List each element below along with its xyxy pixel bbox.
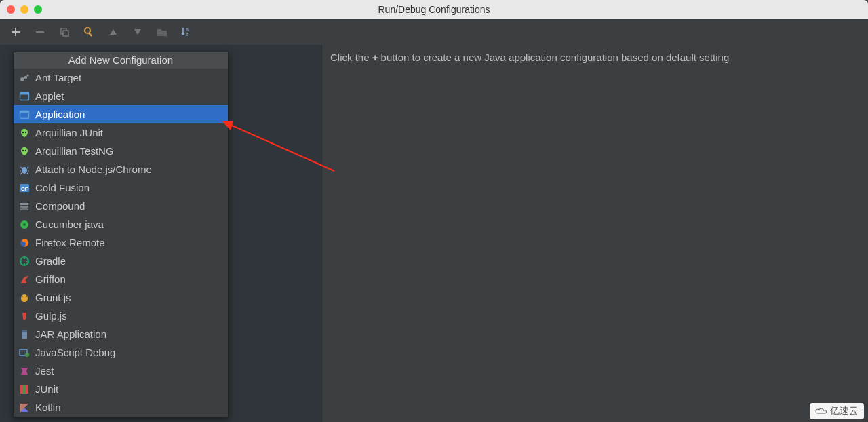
hint-prefix: Click the <box>330 52 372 63</box>
svg-point-24 <box>23 223 26 226</box>
titlebar: Run/Debug Configurations <box>0 0 868 19</box>
popup-item-label: Jest <box>35 365 54 377</box>
watermark-text: 亿速云 <box>830 405 859 417</box>
popup-item-label: JAR Application <box>35 328 106 340</box>
svg-point-14 <box>25 131 26 132</box>
svg-rect-21 <box>20 206 28 208</box>
popup-item-label: Applet <box>35 90 64 102</box>
sort-button[interactable]: az <box>180 26 193 38</box>
remove-button[interactable] <box>34 26 46 38</box>
popup-header: Add New Configuration <box>14 52 228 69</box>
popup-item-label: Cold Fusion <box>35 182 90 193</box>
popup-item[interactable]: Jest <box>14 362 228 380</box>
toolbar: az <box>0 19 868 45</box>
gradle-icon <box>19 256 30 267</box>
popup-item-label: Arquillian JUnit <box>35 127 103 138</box>
jest-icon <box>19 366 30 377</box>
down-button[interactable] <box>132 26 144 38</box>
popup-item[interactable]: JUnit <box>14 380 228 398</box>
popup-item[interactable]: Application <box>14 105 228 123</box>
popup-item-label: Arquillian TestNG <box>35 145 114 157</box>
svg-point-30 <box>25 353 29 357</box>
window-title: Run/Debug Configurations <box>0 4 868 15</box>
firefox-icon <box>19 237 30 248</box>
svg-point-6 <box>20 77 24 81</box>
hint-suffix: button to create a new Java application … <box>378 52 729 63</box>
kotlin-icon <box>19 402 30 413</box>
popup-item-label: Kotlin <box>35 402 61 413</box>
jsdebug-icon <box>19 347 30 358</box>
popup-item-label: Ant Target <box>35 72 81 83</box>
gulp-icon <box>19 311 30 322</box>
popup-item[interactable]: Grunt.js <box>14 288 228 307</box>
svg-rect-1 <box>63 31 68 36</box>
popup-item-label: Grunt.js <box>35 292 71 303</box>
svg-rect-28 <box>22 330 27 332</box>
window-icon <box>19 91 30 102</box>
add-button[interactable] <box>9 26 22 38</box>
copy-button[interactable] <box>58 26 71 38</box>
popup-item[interactable]: Kotlin <box>14 398 228 417</box>
svg-text:CF: CF <box>21 186 28 192</box>
stack-icon <box>19 201 30 212</box>
popup-item-label: Firefox Remote <box>35 237 105 248</box>
popup-item[interactable]: Cucumber java <box>14 215 228 233</box>
svg-point-13 <box>22 131 24 132</box>
popup-item[interactable]: JAR Application <box>14 325 228 343</box>
popup-item[interactable]: CFCold Fusion <box>14 178 228 197</box>
popup-list: Ant TargetAppletApplicationArquillian JU… <box>14 69 228 417</box>
griffon-icon <box>19 274 30 285</box>
popup-item[interactable]: Arquillian JUnit <box>14 123 228 142</box>
popup-item[interactable]: Compound <box>14 197 228 215</box>
svg-point-15 <box>22 149 24 151</box>
details-pane: Click the + button to create a new Java … <box>322 45 868 422</box>
bug-icon <box>19 164 30 175</box>
svg-rect-22 <box>20 208 28 210</box>
svg-text:a: a <box>186 27 189 32</box>
popup-item[interactable]: Arquillian TestNG <box>14 142 228 160</box>
add-configuration-popup: Add New Configuration Ant TargetAppletAp… <box>13 52 229 417</box>
svg-text:z: z <box>186 32 189 37</box>
grunt-icon <box>19 292 30 303</box>
wrench-button[interactable] <box>83 26 95 38</box>
svg-rect-10 <box>20 92 29 94</box>
popup-item[interactable]: JavaScript Debug <box>14 343 228 362</box>
cf-icon: CF <box>19 183 30 193</box>
svg-point-8 <box>26 74 28 76</box>
watermark: 亿速云 <box>810 403 864 419</box>
jar-icon <box>19 329 30 340</box>
content: Add New Configuration Ant TargetAppletAp… <box>0 45 868 422</box>
svg-point-16 <box>25 149 26 151</box>
popup-item-label: Gradle <box>35 255 66 267</box>
svg-point-17 <box>22 167 27 174</box>
popup-item[interactable]: Attach to Node.js/Chrome <box>14 160 228 178</box>
popup-item-label: Gulp.js <box>35 310 67 322</box>
popup-item-label: Application <box>35 109 85 120</box>
junit-icon <box>19 384 30 395</box>
popup-item-label: Griffon <box>35 273 66 285</box>
popup-item[interactable]: Gulp.js <box>14 307 228 325</box>
ant-icon <box>19 73 30 83</box>
svg-rect-20 <box>20 203 28 205</box>
popup-item-label: Compound <box>35 200 85 212</box>
popup-item-label: JUnit <box>35 383 58 395</box>
config-tree-pane: Add New Configuration Ant TargetAppletAp… <box>0 45 322 422</box>
cucumber-icon <box>19 219 30 230</box>
popup-item[interactable]: Applet <box>14 87 228 105</box>
svg-point-7 <box>24 75 27 78</box>
up-button[interactable] <box>107 26 119 38</box>
window-icon <box>19 109 30 120</box>
popup-item[interactable]: Griffon <box>14 270 228 288</box>
svg-rect-3 <box>88 33 92 37</box>
popup-item-label: JavaScript Debug <box>35 347 115 358</box>
popup-item[interactable]: Ant Target <box>14 69 228 87</box>
popup-item-label: Cucumber java <box>35 218 104 230</box>
empty-hint: Click the + button to create a new Java … <box>330 52 860 63</box>
alien-icon <box>19 128 30 138</box>
folder-button[interactable] <box>156 26 168 38</box>
svg-point-2 <box>85 28 90 33</box>
popup-item-label: Attach to Node.js/Chrome <box>35 164 152 175</box>
svg-rect-12 <box>20 111 29 113</box>
popup-item[interactable]: Firefox Remote <box>14 233 228 252</box>
popup-item[interactable]: Gradle <box>14 252 228 270</box>
